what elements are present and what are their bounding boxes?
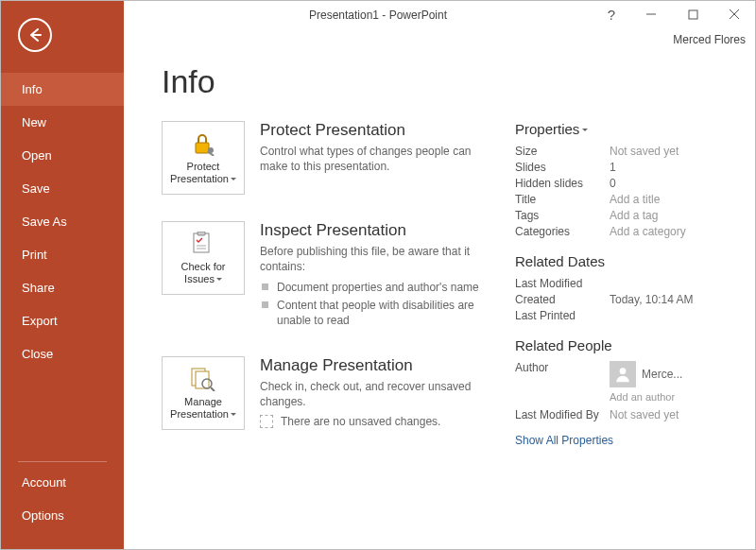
- nav-open[interactable]: Open: [1, 139, 124, 172]
- nav-info[interactable]: Info: [1, 73, 124, 106]
- related-people-heading: Related People: [515, 337, 736, 353]
- inspect-desc: Before publishing this file, be aware th…: [260, 244, 494, 274]
- inspect-title: Inspect Presentation: [260, 221, 494, 240]
- close-button[interactable]: [713, 1, 755, 27]
- content-pane: Info Protect Presentation Protect Presen…: [124, 52, 755, 549]
- backstage-sidebar: Info New Open Save Save As Print Share E…: [1, 1, 124, 549]
- lock-icon: [189, 130, 217, 157]
- prop-slides-value: 1: [610, 161, 616, 174]
- svg-rect-4: [196, 143, 209, 153]
- prop-created-label: Created: [515, 293, 610, 306]
- prop-slides-label: Slides: [515, 161, 610, 174]
- nav-bottom: Account Options: [1, 455, 124, 532]
- prop-created-value: Today, 10:14 AM: [610, 293, 694, 306]
- back-button[interactable]: [18, 18, 52, 52]
- nav-close[interactable]: Close: [1, 337, 124, 370]
- add-author[interactable]: Add an author: [610, 391, 736, 403]
- help-icon[interactable]: ?: [593, 1, 630, 27]
- prop-author-label: Author: [515, 361, 610, 387]
- protect-presentation-button[interactable]: Protect Presentation: [162, 121, 245, 195]
- prop-tags-value[interactable]: Add a tag: [610, 209, 658, 222]
- no-unsaved-changes: There are no unsaved changes.: [260, 415, 494, 428]
- inspect-section: Check for Issues Inspect Presentation Be…: [162, 221, 494, 330]
- manage-desc: Check in, check out, and recover unsaved…: [260, 379, 494, 409]
- prop-size-label: Size: [515, 145, 610, 158]
- nav-save[interactable]: Save: [1, 172, 124, 205]
- properties-dropdown[interactable]: Properties: [515, 121, 588, 137]
- person-icon: [610, 361, 636, 387]
- prop-lastmodby-label: Last Modified By: [515, 408, 610, 421]
- protect-title: Protect Presentation: [260, 121, 494, 140]
- back-arrow-icon: [26, 26, 44, 44]
- nav-export[interactable]: Export: [1, 304, 124, 337]
- check-for-issues-button[interactable]: Check for Issues: [162, 221, 245, 295]
- inspect-bullet: Document properties and author's name: [260, 280, 494, 295]
- nav-save-as[interactable]: Save As: [1, 205, 124, 238]
- prop-title-value[interactable]: Add a title: [610, 193, 660, 206]
- nav-separator: [18, 461, 107, 462]
- protect-btn-label: Protect Presentation: [170, 161, 229, 184]
- actions-column: Protect Presentation Protect Presentatio…: [162, 121, 494, 456]
- document-dashed-icon: [260, 415, 273, 428]
- nav-share[interactable]: Share: [1, 271, 124, 304]
- author-chip[interactable]: Merce...: [610, 361, 682, 387]
- nav-list: Info New Open Save Save As Print Share E…: [1, 73, 124, 370]
- prop-tags-label: Tags: [515, 209, 610, 222]
- protect-desc: Control what types of changes people can…: [260, 144, 494, 174]
- prop-categories-label: Categories: [515, 225, 610, 238]
- nav-options[interactable]: Options: [1, 499, 124, 532]
- related-dates-heading: Related Dates: [515, 253, 736, 269]
- prop-title-label: Title: [515, 193, 610, 206]
- show-all-properties-link[interactable]: Show All Properties: [515, 434, 613, 447]
- properties-column: Properties SizeNot saved yet Slides1 Hid…: [515, 121, 736, 456]
- checklist-icon: [189, 231, 217, 257]
- prop-lastmodby-value: Not saved yet: [610, 408, 679, 421]
- prop-hidden-value: 0: [610, 177, 616, 190]
- svg-point-15: [620, 368, 627, 374]
- minimize-button[interactable]: [630, 1, 672, 27]
- prop-size-value: Not saved yet: [610, 145, 679, 158]
- maximize-button[interactable]: [672, 1, 713, 27]
- svg-rect-8: [198, 232, 205, 235]
- inspect-bullet: Content that people with disabilities ar…: [260, 298, 494, 328]
- svg-rect-1: [689, 10, 697, 19]
- nav-print[interactable]: Print: [1, 238, 124, 271]
- page-title: Info: [162, 63, 736, 100]
- prop-hidden-label: Hidden slides: [515, 177, 610, 190]
- documents-magnify-icon: [189, 366, 217, 392]
- manage-section: Manage Presentation Manage Presentation …: [162, 356, 494, 430]
- svg-rect-7: [194, 233, 209, 252]
- nav-new[interactable]: New: [1, 106, 124, 139]
- user-name[interactable]: Merced Flores: [673, 33, 746, 46]
- nav-account[interactable]: Account: [1, 466, 124, 499]
- protect-section: Protect Presentation Protect Presentatio…: [162, 121, 494, 195]
- prop-lastmod-label: Last Modified: [515, 277, 610, 290]
- manage-presentation-button[interactable]: Manage Presentation: [162, 356, 245, 430]
- svg-line-14: [211, 387, 215, 391]
- prop-categories-value[interactable]: Add a category: [610, 225, 686, 238]
- window-title: Presentation1 - PowerPoint: [309, 9, 447, 22]
- manage-title: Manage Presentation: [260, 356, 494, 375]
- author-name: Merce...: [642, 368, 682, 381]
- prop-printed-label: Last Printed: [515, 309, 610, 322]
- window-controls: ?: [593, 1, 755, 27]
- manage-btn-label: Manage Presentation: [170, 396, 229, 420]
- inspect-bullets: Document properties and author's name Co…: [260, 280, 494, 328]
